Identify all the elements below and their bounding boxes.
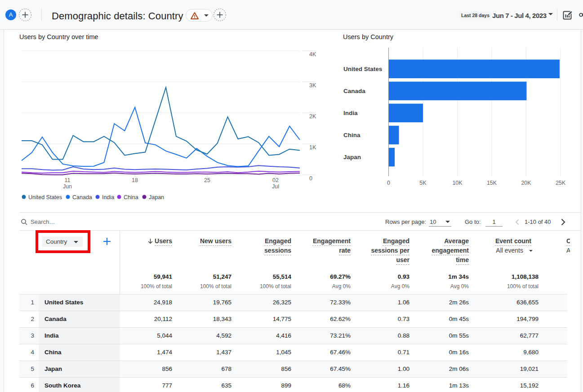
svg-text:India: India bbox=[343, 110, 358, 116]
svg-text:Users by Country over time: Users by Country over time bbox=[19, 33, 98, 40]
svg-text:Jul: Jul bbox=[272, 183, 279, 190]
svg-text:02: 02 bbox=[272, 177, 279, 183]
svg-text:Users by Country: Users by Country bbox=[343, 33, 394, 40]
svg-text:25: 25 bbox=[204, 177, 210, 183]
svg-text:Canada: Canada bbox=[343, 88, 365, 94]
svg-text:United States: United States bbox=[343, 66, 382, 72]
svg-text:3K: 3K bbox=[309, 82, 316, 89]
svg-text:Japan: Japan bbox=[149, 194, 164, 200]
svg-text:0: 0 bbox=[387, 180, 390, 186]
svg-text:25K: 25K bbox=[556, 180, 566, 186]
svg-text:11: 11 bbox=[65, 177, 71, 183]
svg-text:China: China bbox=[124, 194, 138, 200]
svg-text:2K: 2K bbox=[309, 113, 316, 120]
svg-text:18: 18 bbox=[132, 177, 138, 183]
svg-text:4K: 4K bbox=[309, 51, 316, 58]
svg-text:Japan: Japan bbox=[343, 154, 361, 160]
svg-text:China: China bbox=[343, 132, 360, 138]
svg-text:20K: 20K bbox=[521, 180, 531, 186]
svg-text:15K: 15K bbox=[487, 180, 497, 186]
svg-text:10K: 10K bbox=[452, 180, 463, 186]
svg-text:United States: United States bbox=[28, 194, 62, 200]
svg-text:5K: 5K bbox=[419, 180, 427, 186]
svg-text:India: India bbox=[102, 194, 114, 200]
svg-text:0: 0 bbox=[309, 175, 312, 182]
svg-text:Jun: Jun bbox=[63, 183, 72, 190]
svg-text:1K: 1K bbox=[309, 144, 316, 151]
svg-text:Canada: Canada bbox=[72, 194, 92, 200]
